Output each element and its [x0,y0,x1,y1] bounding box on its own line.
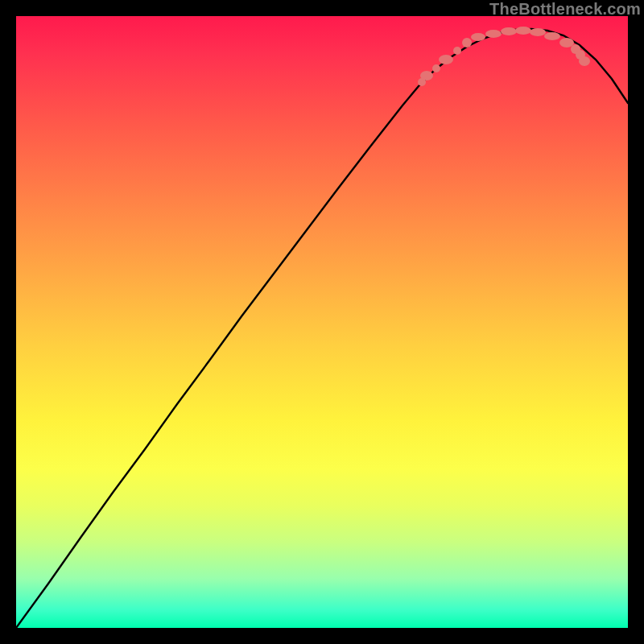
marker-dot [544,32,560,40]
marker-dot [453,47,461,55]
curve-layer [16,16,628,628]
watermark-text: TheBottleneck.com [489,0,641,19]
marker-dot [420,71,433,80]
marker-dot [462,38,472,47]
marker-dot [501,27,517,35]
bottleneck-curve [16,29,628,628]
marker-dot [530,28,546,36]
marker-dot [439,55,453,64]
marker-dot [579,56,590,66]
marker-dot [432,64,440,72]
plot-area [16,16,628,628]
marker-dot [559,38,574,47]
chart-frame: TheBottleneck.com [0,0,644,644]
marker-dot [471,33,485,41]
marker-dot [485,30,502,38]
marker-dot [515,27,531,35]
